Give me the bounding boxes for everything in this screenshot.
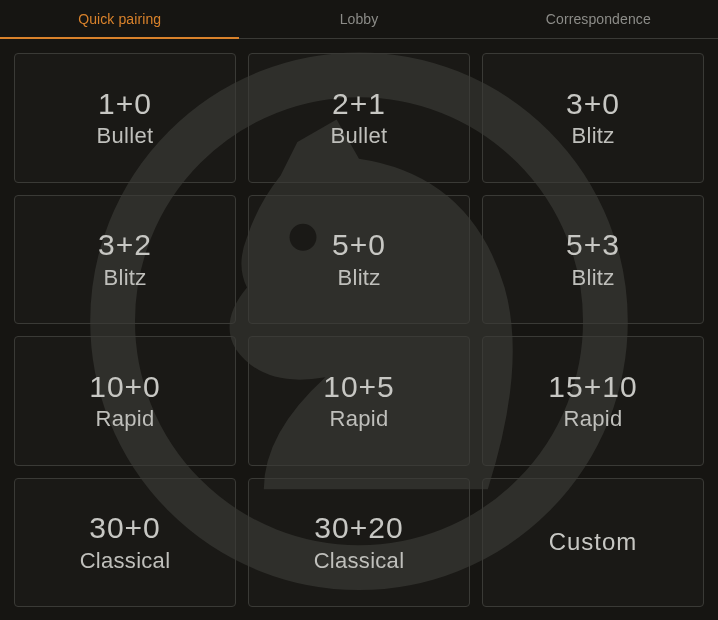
tab-lobby[interactable]: Lobby	[239, 0, 478, 38]
category: Blitz	[571, 265, 614, 291]
pairing-tile-15-10-rapid[interactable]: 15+10 Rapid	[482, 336, 704, 466]
pairing-tile-10-0-rapid[interactable]: 10+0 Rapid	[14, 336, 236, 466]
tab-label: Lobby	[340, 11, 379, 27]
tab-label: Correspondence	[546, 11, 651, 27]
custom-label: Custom	[549, 528, 638, 556]
category: Classical	[314, 548, 405, 574]
pairing-tile-5-3-blitz[interactable]: 5+3 Blitz	[482, 195, 704, 325]
time-control: 10+0	[89, 370, 161, 405]
time-control: 2+1	[332, 87, 386, 122]
time-control: 1+0	[98, 87, 152, 122]
quick-pairing-panel: Quick pairing Lobby Correspondence 1+0 B…	[0, 0, 718, 620]
time-control: 3+0	[566, 87, 620, 122]
time-control: 15+10	[548, 370, 637, 405]
category: Classical	[80, 548, 171, 574]
category: Rapid	[330, 406, 389, 432]
category: Blitz	[103, 265, 146, 291]
time-control: 5+3	[566, 228, 620, 263]
tab-correspondence[interactable]: Correspondence	[479, 0, 718, 38]
time-control: 3+2	[98, 228, 152, 263]
category: Rapid	[96, 406, 155, 432]
category: Blitz	[337, 265, 380, 291]
pairing-tile-30-20-classical[interactable]: 30+20 Classical	[248, 478, 470, 608]
pairing-tile-custom[interactable]: Custom	[482, 478, 704, 608]
lobby-tabs: Quick pairing Lobby Correspondence	[0, 0, 718, 39]
pairing-grid: 1+0 Bullet 2+1 Bullet 3+0 Blitz 3+2 Blit…	[0, 39, 718, 620]
time-control: 10+5	[323, 370, 395, 405]
category: Bullet	[97, 123, 154, 149]
category: Blitz	[571, 123, 614, 149]
pairing-tile-1-0-bullet[interactable]: 1+0 Bullet	[14, 53, 236, 183]
pairing-tile-3-2-blitz[interactable]: 3+2 Blitz	[14, 195, 236, 325]
tab-quick-pairing[interactable]: Quick pairing	[0, 0, 239, 39]
pairing-tile-2-1-bullet[interactable]: 2+1 Bullet	[248, 53, 470, 183]
time-control: 30+0	[89, 511, 161, 546]
time-control: 30+20	[314, 511, 403, 546]
pairing-tile-30-0-classical[interactable]: 30+0 Classical	[14, 478, 236, 608]
pairing-tile-5-0-blitz[interactable]: 5+0 Blitz	[248, 195, 470, 325]
category: Rapid	[564, 406, 623, 432]
pairing-tile-10-5-rapid[interactable]: 10+5 Rapid	[248, 336, 470, 466]
category: Bullet	[331, 123, 388, 149]
tab-label: Quick pairing	[78, 11, 161, 27]
pairing-tile-3-0-blitz[interactable]: 3+0 Blitz	[482, 53, 704, 183]
time-control: 5+0	[332, 228, 386, 263]
